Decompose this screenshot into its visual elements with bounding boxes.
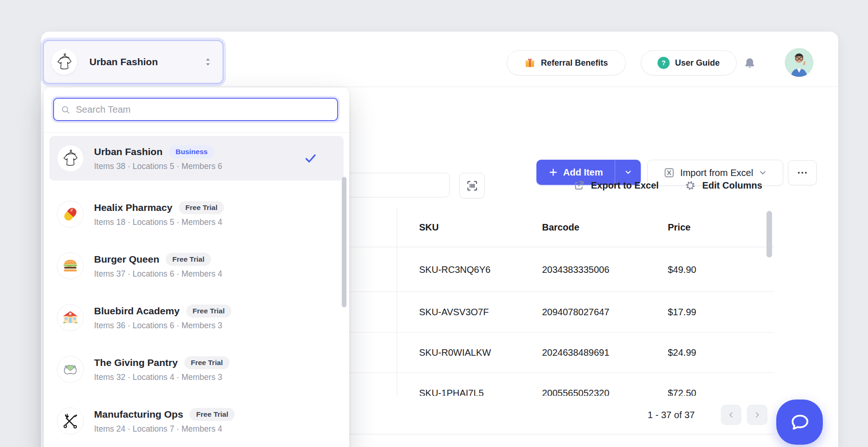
cell-barcode: 2005565052320 (542, 388, 610, 396)
column-header-barcode[interactable]: Barcode (542, 222, 579, 232)
sort-icon (204, 57, 211, 67)
export-to-excel-button[interactable]: Export to Excel (574, 173, 659, 197)
table-scrollbar[interactable] (766, 211, 772, 257)
plan-badge: Free Trial (190, 408, 235, 421)
table-row[interactable]: SKU-AVSV3O7F 2094078027647 $17.99 (289, 292, 774, 332)
tshirt-icon (54, 52, 75, 72)
tools-icon (61, 412, 80, 430)
pagination-label: 1 - 37 of 37 (648, 410, 695, 420)
team-option-manufacturing-ops[interactable]: Manufacturing Ops Free Trial Items 24 · … (49, 395, 344, 447)
chat-widget-button[interactable] (776, 400, 823, 445)
chat-icon (789, 412, 810, 433)
team-meta: Items 37 · Locations 6 · Members 4 (94, 269, 222, 279)
search-icon (61, 105, 70, 115)
chevron-right-icon (753, 411, 761, 419)
user-avatar[interactable] (785, 48, 814, 77)
barcode-scan-button[interactable] (459, 173, 485, 198)
team-name: Bluebird Academy (94, 305, 180, 317)
items-table: SKU Barcode Price SKU-RC3NQ6Y6 203438333… (289, 207, 774, 396)
team-search-field[interactable] (53, 98, 338, 121)
question-icon: ? (658, 57, 670, 69)
cell-barcode: 2024638489691 (542, 347, 610, 358)
app-root: Referral Benefits ? User Guide (0, 0, 868, 447)
cell-sku: SKU-R0WIALKW (419, 347, 491, 358)
team-meta: Items 18 · Locations 5 · Members 4 (94, 217, 224, 227)
team-selector[interactable]: Urban Fashion (43, 40, 224, 84)
burger-icon (61, 257, 80, 275)
team-dropdown: Urban Fashion Business Items 38 · Locati… (44, 88, 349, 447)
plan-badge: Free Trial (184, 356, 230, 369)
pill-icon (61, 205, 80, 224)
team-name: Healix Pharmacy (94, 202, 172, 213)
edit-columns-button[interactable]: Edit Columns (685, 173, 762, 197)
referral-benefits-button[interactable]: Referral Benefits (507, 50, 626, 75)
column-header-price[interactable]: Price (668, 222, 691, 232)
table-row[interactable]: SKU-R0WIALKW 2024638489691 $24.99 (289, 332, 774, 373)
divider (44, 132, 349, 133)
table-row[interactable]: SKU-RC3NQ6Y6 2034383335006 $49.90 (289, 247, 774, 292)
cell-price: $24.99 (668, 347, 696, 358)
barcode-scan-icon (466, 179, 479, 192)
team-name: Manufacturing Ops (94, 409, 183, 420)
notifications-button[interactable] (739, 53, 760, 74)
tshirt-icon (60, 148, 81, 169)
check-icon (304, 151, 318, 165)
svg-text:?: ? (662, 59, 666, 67)
team-meta: Items 32 · Locations 4 · Members 3 (94, 372, 230, 382)
cell-barcode: 2094078027647 (542, 307, 610, 318)
column-header-sku[interactable]: SKU (419, 222, 439, 232)
team-list: Urban Fashion Business Items 38 · Locati… (49, 136, 344, 447)
chevron-left-icon (727, 411, 735, 419)
plan-badge: Free Trial (186, 305, 231, 318)
cell-price: $49.90 (668, 264, 696, 275)
more-options-button[interactable] (788, 160, 817, 185)
previous-page-button[interactable] (721, 405, 741, 425)
team-search-input[interactable] (75, 104, 331, 115)
user-guide-label: User Guide (675, 58, 719, 68)
team-option-bluebird-academy[interactable]: Bluebird Academy Free Trial Items 36 · L… (49, 291, 344, 343)
team-meta: Items 24 · Locations 7 · Members 4 (94, 424, 235, 434)
gift-icon (524, 57, 536, 68)
user-guide-button[interactable]: ? User Guide (641, 50, 737, 75)
team-name: Urban Fashion (94, 146, 163, 157)
cell-sku: SKU-AVSV3O7F (419, 307, 489, 318)
plan-badge: Business (169, 145, 214, 158)
excel-icon (663, 167, 675, 179)
table-header: SKU Barcode Price (289, 207, 774, 247)
team-selector-label: Urban Fashion (89, 56, 158, 68)
more-options-icon (796, 167, 808, 179)
export-icon (574, 180, 585, 191)
cell-sku: SKU-RC3NQ6Y6 (419, 264, 490, 275)
avatar-photo (785, 48, 814, 77)
cell-barcode: 2034383335006 (542, 264, 610, 275)
team-option-healix-pharmacy[interactable]: Healix Pharmacy Free Trial Items 18 · Lo… (49, 188, 344, 240)
plus-icon (548, 167, 558, 177)
team-option-burger-queen[interactable]: Burger Queen Free Trial Items 37 · Locat… (49, 240, 344, 291)
team-meta: Items 38 · Locations 5 · Members 6 (94, 162, 222, 171)
hands-heart-icon (61, 360, 80, 379)
school-icon (61, 308, 80, 327)
bell-icon (743, 57, 756, 70)
team-name: The Giving Pantry (94, 357, 178, 368)
table-row[interactable]: SKU-1PHAI7L5 2005565052320 $72.50 (289, 373, 774, 396)
pagination-bar: 1 - 37 of 37 (289, 396, 774, 434)
cell-price: $17.99 (668, 307, 696, 318)
team-name: Burger Queen (94, 254, 159, 265)
team-option-the-giving-pantry[interactable]: The Giving Pantry Free Trial Items 32 · … (49, 343, 344, 395)
gear-icon (685, 180, 696, 191)
edit-columns-label: Edit Columns (702, 180, 762, 191)
next-page-button[interactable] (747, 405, 767, 425)
team-option-urban-fashion[interactable]: Urban Fashion Business Items 38 · Locati… (49, 136, 344, 181)
cell-price: $72.50 (668, 388, 696, 396)
team-meta: Items 36 · Locations 6 · Members 3 (94, 321, 231, 331)
plan-badge: Free Trial (166, 253, 211, 266)
plan-badge: Free Trial (179, 201, 224, 214)
referral-benefits-label: Referral Benefits (541, 58, 608, 68)
export-to-excel-label: Export to Excel (591, 180, 659, 191)
cell-sku: SKU-1PHAI7L5 (419, 388, 484, 396)
dropdown-scrollbar[interactable] (342, 177, 346, 307)
